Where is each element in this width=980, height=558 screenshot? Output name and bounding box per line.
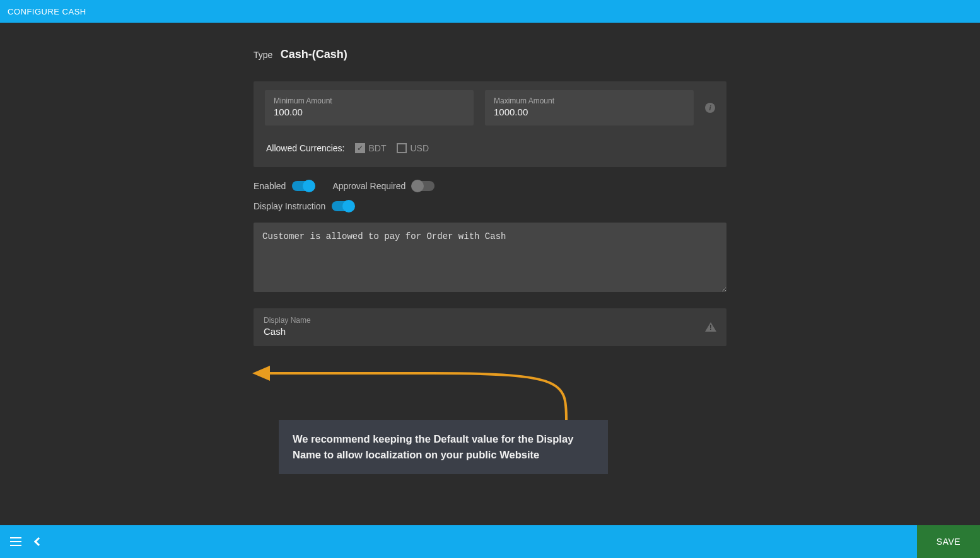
- top-bar: CONFIGURE CASH: [0, 0, 980, 23]
- display-name-input[interactable]: [264, 326, 705, 337]
- checkbox-icon: ✓: [355, 143, 365, 153]
- enabled-toggle-group: Enabled: [254, 181, 315, 191]
- type-value: Cash-(Cash): [281, 48, 347, 61]
- amount-panel: Minimum Amount Maximum Amount i Allowed …: [254, 81, 726, 167]
- form-wrap: Type Cash-(Cash) Minimum Amount Maximum …: [254, 48, 726, 346]
- display-instruction-toggle-group: Display Instruction: [254, 201, 354, 211]
- instruction-textarea[interactable]: [254, 223, 726, 292]
- allowed-currencies-row: Allowed Currencies: ✓ BDT USD: [265, 139, 715, 158]
- recommendation-callout: We recommend keeping the Default value f…: [279, 420, 608, 474]
- checkbox-icon: [397, 143, 407, 153]
- content-area: Type Cash-(Cash) Minimum Amount Maximum …: [0, 23, 980, 525]
- minimum-amount-label: Minimum Amount: [274, 96, 465, 105]
- info-icon[interactable]: i: [705, 103, 715, 113]
- toggle-row-1: Enabled Approval Required: [254, 181, 726, 191]
- maximum-amount-label: Maximum Amount: [494, 96, 685, 105]
- currency-checkbox-usd[interactable]: USD: [397, 143, 429, 153]
- bottom-bar: SAVE: [0, 525, 980, 558]
- display-instruction-label: Display Instruction: [254, 201, 325, 211]
- callout-text: We recommend keeping the Default value f…: [293, 433, 573, 460]
- approval-required-toggle[interactable]: [412, 181, 435, 191]
- enabled-toggle[interactable]: [292, 181, 315, 191]
- type-label: Type: [254, 50, 272, 60]
- maximum-amount-field[interactable]: Maximum Amount: [485, 90, 694, 125]
- display-instruction-toggle[interactable]: [332, 201, 354, 211]
- display-name-label: Display Name: [264, 316, 705, 325]
- allowed-currencies-label: Allowed Currencies:: [266, 143, 345, 153]
- type-row: Type Cash-(Cash): [254, 48, 726, 61]
- menu-icon[interactable]: [10, 537, 21, 546]
- maximum-amount-input[interactable]: [494, 107, 685, 117]
- currency-checkbox-bdt[interactable]: ✓ BDT: [355, 143, 387, 153]
- page-title: CONFIGURE CASH: [8, 7, 86, 16]
- amount-row: Minimum Amount Maximum Amount i: [265, 90, 715, 125]
- toggle-row-2: Display Instruction: [254, 201, 726, 211]
- back-icon[interactable]: [34, 537, 43, 546]
- enabled-label: Enabled: [254, 181, 286, 191]
- minimum-amount-input[interactable]: [274, 107, 465, 117]
- approval-toggle-group: Approval Required: [332, 181, 435, 191]
- display-name-field[interactable]: Display Name: [254, 308, 726, 346]
- minimum-amount-field[interactable]: Minimum Amount: [265, 90, 474, 125]
- currency-code: USD: [411, 143, 429, 153]
- warning-icon: [705, 322, 716, 332]
- bottom-bar-left: [0, 537, 42, 546]
- currency-code: BDT: [369, 143, 387, 153]
- approval-required-label: Approval Required: [332, 181, 405, 191]
- save-button[interactable]: SAVE: [917, 525, 980, 558]
